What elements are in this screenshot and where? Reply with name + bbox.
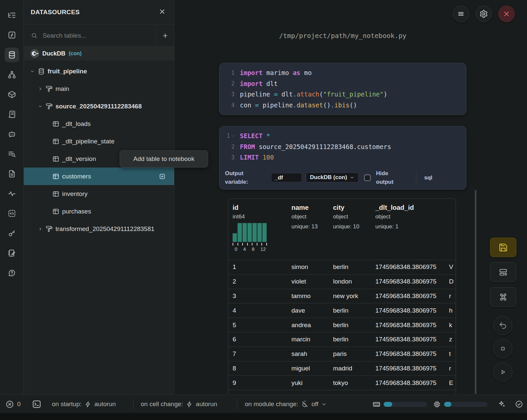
- code-cell-sql[interactable]: 1SELECT *2FROM source_202504291112283468…: [219, 126, 467, 190]
- code-line[interactable]: 3pipeline = dlt.attach("fruit_pipeline"): [219, 89, 466, 100]
- table-cell: D: [447, 278, 456, 285]
- code-line[interactable]: 2import dlt: [219, 78, 466, 89]
- settings-button[interactable]: [475, 6, 492, 22]
- sidebar-database-button[interactable]: [5, 48, 19, 62]
- save-button[interactable]: [490, 238, 516, 257]
- sidebar-secrets-key-button[interactable]: [5, 226, 19, 241]
- code-line[interactable]: 3LIMIT 100: [219, 152, 466, 163]
- chevron-down-icon[interactable]: [38, 104, 43, 109]
- code-text: import marimo as mo: [240, 69, 312, 76]
- search-tables-input[interactable]: [42, 32, 156, 40]
- fold-chevron-icon[interactable]: [231, 134, 235, 138]
- table-row: 4daveberlin1745968348.3806975h: [228, 303, 456, 318]
- documentation-icon: [8, 170, 16, 178]
- code-line[interactable]: 1SELECT *: [219, 131, 466, 141]
- connection-status-button[interactable]: [515, 395, 523, 413]
- column-name: _dlt_load_id: [375, 204, 447, 211]
- hide-output-checkbox[interactable]: [364, 174, 371, 181]
- tree-item-fruit_pipeline[interactable]: fruit_pipeline: [24, 62, 174, 80]
- chevron-right-icon[interactable]: [38, 86, 43, 92]
- tree-item-source_202504291112283468[interactable]: source_202504291112283468: [24, 97, 174, 115]
- memory-icon: [372, 400, 381, 408]
- chevron-down-icon: [321, 401, 327, 407]
- layout-button[interactable]: [490, 262, 516, 282]
- add-datasource-button[interactable]: [156, 25, 174, 46]
- hide-output-label: Hide output: [376, 169, 398, 186]
- file-tree-icon: [8, 11, 16, 19]
- column-header-_dlt_load_id[interactable]: _dlt_load_idobjectunique: 1: [371, 204, 447, 260]
- tree-item-main[interactable]: main: [24, 80, 174, 97]
- sidebar-documentation-button[interactable]: [5, 167, 19, 181]
- shutdown-button[interactable]: [498, 6, 515, 22]
- sidebar-file-tree-button[interactable]: [5, 8, 19, 22]
- sidebar-scratchpad-button[interactable]: [5, 246, 19, 260]
- add-table-to-notebook-button[interactable]: [159, 173, 166, 180]
- on-module-change-toggle[interactable]: on module change: off: [245, 395, 327, 413]
- tree-item-purchases[interactable]: purchases: [24, 203, 174, 220]
- engine-select[interactable]: DuckDB (con): [306, 172, 358, 182]
- chevron-down-icon[interactable]: [30, 69, 35, 74]
- errors-indicator[interactable]: 0: [5, 395, 21, 413]
- on-startup-toggle[interactable]: on startup: autorun: [52, 395, 116, 413]
- sidebar-chat-bot-button[interactable]: [5, 127, 19, 141]
- sidebar-trace-search-button[interactable]: [5, 147, 19, 161]
- table-cell: 1745968348.3806975: [371, 379, 447, 387]
- run-button[interactable]: [493, 363, 512, 382]
- stop-button[interactable]: [493, 339, 512, 358]
- table-cell: sarah: [287, 350, 329, 358]
- table-cell: k: [447, 322, 456, 329]
- language-badge-sql[interactable]: sql: [424, 174, 433, 181]
- sidebar-snippets-button[interactable]: [5, 206, 19, 221]
- line-number: 3: [219, 154, 240, 161]
- column-header-name[interactable]: nameobjectunique: 13: [287, 204, 329, 260]
- table-cell: yuki: [287, 379, 329, 387]
- close-icon: [502, 10, 511, 18]
- code-text: import dlt: [240, 80, 278, 87]
- tree-item-customers[interactable]: customers: [24, 168, 174, 185]
- error-count: 0: [17, 401, 21, 408]
- menu-button[interactable]: [453, 6, 469, 22]
- tree-item-_dlt_pipeline_state[interactable]: _dlt_pipeline_state: [24, 133, 174, 150]
- code-cell-python[interactable]: 1import marimo as mo2import dlt3pipeline…: [219, 63, 467, 115]
- column-header-id[interactable]: idint6404812: [228, 204, 287, 260]
- sidebar-function-button[interactable]: [5, 28, 19, 42]
- close-icon: [158, 8, 166, 16]
- zap-icon: [186, 401, 193, 408]
- table-icon: [52, 155, 59, 163]
- undo-button[interactable]: [493, 316, 512, 335]
- on-cell-change-toggle[interactable]: on cell change: autorun: [141, 395, 217, 413]
- tree-item-transformed_202504291112283581[interactable]: transformed_202504291112283581: [24, 220, 174, 238]
- terminal-button[interactable]: [32, 395, 42, 413]
- tree-item-inventory[interactable]: inventory: [24, 185, 174, 203]
- column-unique-stat: unique: 10: [333, 223, 371, 230]
- code-line[interactable]: 2FROM source_202504291112283468.customer…: [219, 141, 466, 152]
- table-cell: paris: [329, 350, 371, 358]
- code-line[interactable]: 1import marimo as mo: [219, 67, 466, 78]
- sql-code-editor[interactable]: 1SELECT *2FROM source_202504291112283468…: [219, 126, 466, 163]
- output-variable-input[interactable]: [271, 173, 302, 182]
- chevron-down-icon: [350, 175, 355, 180]
- layout-icon: [499, 268, 508, 277]
- schema-icon: [46, 103, 53, 110]
- tree-item-label: main: [56, 85, 69, 93]
- code-line[interactable]: 4con = pipeline.dataset().ibis(): [219, 100, 466, 111]
- table-cell: t: [447, 350, 456, 358]
- tree-item-label: fruit_pipeline: [48, 68, 87, 75]
- table-cell: 1745968348.3806975: [371, 292, 447, 300]
- line-number: 2: [219, 80, 240, 87]
- sidebar-dependency-graph-button[interactable]: [5, 67, 19, 82]
- command-palette-button[interactable]: [490, 287, 516, 307]
- table-row: 9yukitokyo1745968348.3806975E: [228, 375, 456, 390]
- tree-item-_dlt_loads[interactable]: _dlt_loads: [24, 115, 174, 133]
- column-header-city[interactable]: cityobjectunique: 10: [329, 204, 371, 260]
- sidebar-activity-pulse-button[interactable]: [5, 186, 19, 201]
- vertical-scrollbar[interactable]: [475, 190, 476, 394]
- ai-assistant-button[interactable]: [497, 395, 506, 413]
- python-code-editor[interactable]: 1import marimo as mo2import dlt3pipeline…: [219, 63, 466, 110]
- sidebar-package-button[interactable]: [5, 87, 19, 102]
- chevron-right-icon[interactable]: [38, 226, 43, 232]
- close-panel-button[interactable]: [158, 8, 166, 17]
- duckdb-connection-row[interactable]: DuckDB (con): [24, 47, 174, 60]
- sidebar-logs-button[interactable]: [5, 107, 19, 122]
- sidebar-help-button[interactable]: [5, 266, 19, 280]
